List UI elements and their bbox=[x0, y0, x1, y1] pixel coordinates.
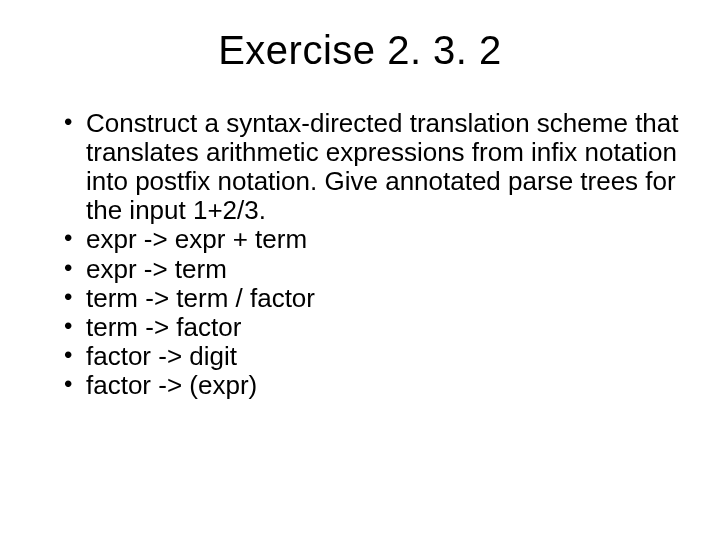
list-item: expr -> term bbox=[64, 255, 680, 284]
list-item: term -> term / factor bbox=[64, 284, 680, 313]
list-item: expr -> expr + term bbox=[64, 225, 680, 254]
list-item: factor -> (expr) bbox=[64, 371, 680, 400]
list-item: term -> factor bbox=[64, 313, 680, 342]
slide-title: Exercise 2. 3. 2 bbox=[40, 28, 680, 73]
list-item: factor -> digit bbox=[64, 342, 680, 371]
slide: Exercise 2. 3. 2 Construct a syntax-dire… bbox=[0, 0, 720, 540]
bullet-list: Construct a syntax-directed translation … bbox=[40, 109, 680, 400]
list-item: Construct a syntax-directed translation … bbox=[64, 109, 680, 225]
